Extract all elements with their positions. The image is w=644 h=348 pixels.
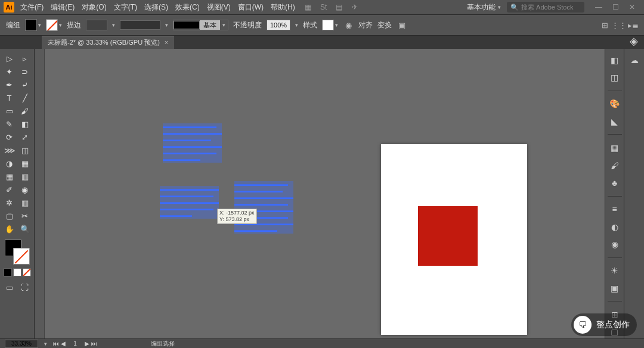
menu-effect[interactable]: 效果(C) [175, 2, 200, 13]
curvature-tool[interactable]: ⤶ [18, 79, 32, 91]
artboard-tool[interactable]: ▢ [2, 210, 17, 222]
swatches-panel-icon[interactable]: ▦ [608, 141, 621, 154]
scale-tool[interactable]: ⤢ [18, 131, 32, 143]
selected-text-block-1[interactable]: ▬▬▬▬▬▬▬▬▬▬▬▬▬▬▬▬▬▬▬▬▬▬▬▬▬▬▬▬▬▬▬▬▬▬▬▬▬▬▬▬… [163, 123, 222, 163]
stock-icon[interactable]: St [319, 2, 329, 12]
stroke-label[interactable]: 描边 [67, 20, 81, 30]
canvas[interactable]: ▬▬▬▬▬▬▬▬▬▬▬▬▬▬▬▬▬▬▬▬▬▬▬▬▬▬▬▬▬▬▬▬▬▬▬▬▬▬▬▬… [35, 49, 605, 338]
perspective-grid-tool[interactable]: ▦ [18, 157, 32, 169]
symbol-sprayer-tool[interactable]: ✲ [2, 197, 17, 209]
pen-tool[interactable]: ✒ [2, 79, 17, 91]
appearance-panel-icon[interactable]: ☀ [608, 265, 621, 277]
minimize-icon[interactable]: — [594, 2, 603, 12]
search-input[interactable]: 🔍 搜索 Adobe Stock [507, 2, 584, 13]
align-to-pixel-grid-icon[interactable]: ⊞ [600, 20, 609, 30]
shape-builder-tool[interactable]: ◑ [2, 157, 17, 169]
menu-view[interactable]: 视图(V) [207, 2, 231, 13]
layers-panel-icon[interactable]: ◫ [608, 71, 621, 83]
gradient-panel-icon[interactable]: ◐ [608, 220, 621, 233]
gradient-mode-icon[interactable] [13, 268, 21, 276]
brush-definition[interactable]: 基本 ▾ [173, 20, 228, 30]
selected-text-block-2[interactable]: ▬▬▬▬▬▬▬▬▬▬▬▬▬▬▬▬▬▬▬▬▬▬▬▬▬▬▬▬▬▬▬▬▬▬▬▬▬▬▬▬… [160, 186, 219, 219]
stroke-weight-stepper[interactable]: ▾ [112, 22, 115, 28]
stroke-panel-icon[interactable]: ≡ [608, 203, 621, 216]
more-icon[interactable]: ▸≣ [628, 20, 638, 30]
mesh-tool[interactable]: ▦ [2, 170, 17, 182]
color-mode-icon[interactable] [4, 268, 12, 276]
workspace-switcher[interactable]: 基本功能 ▾ [467, 2, 501, 13]
brushes-panel-icon[interactable]: 🖌 [608, 159, 621, 172]
screen-mode-full[interactable]: ⛶ [18, 281, 32, 293]
graphic-style[interactable]: ▾ [322, 20, 338, 30]
line-segment-tool[interactable]: ╱ [18, 92, 32, 104]
close-icon[interactable]: ✕ [627, 2, 637, 12]
blend-tool[interactable]: ◉ [18, 184, 32, 195]
lasso-tool[interactable]: ⊃ [18, 66, 32, 77]
width-tool[interactable]: ⋙ [2, 144, 17, 156]
paintbrush-tool[interactable]: 🖌 [18, 105, 32, 117]
maximize-icon[interactable]: ☐ [611, 2, 620, 12]
selection-tool[interactable]: ▷ [2, 52, 17, 64]
last-icon[interactable]: ⏭ [91, 340, 97, 347]
red-rectangle-shape[interactable] [418, 206, 478, 266]
zoom-input[interactable] [5, 340, 38, 348]
style-label[interactable]: 样式 [303, 20, 317, 30]
prev-icon[interactable]: ◀ [61, 340, 66, 347]
selected-text-block-3[interactable]: ▬▬▬▬▬▬▬▬▬▬▬▬▬▬▬▬▬▬▬▬▬▬▬▬▬▬▬▬▬▬▬▬▬▬▬▬▬▬▬▬… [234, 181, 293, 234]
fill-swatch[interactable]: ▾ [25, 19, 41, 31]
graphic-styles-panel-icon[interactable]: ▣ [608, 282, 621, 294]
type-tool[interactable]: T [2, 92, 17, 104]
chevron-down-icon[interactable]: ▾ [165, 22, 168, 28]
hand-tool[interactable]: ✋ [2, 223, 17, 235]
rectangle-tool[interactable]: ▭ [2, 105, 17, 117]
gpu-icon[interactable]: ✈ [350, 2, 360, 12]
variable-width-profile[interactable] [120, 20, 160, 30]
gradient-tool[interactable]: ▥ [18, 170, 32, 182]
menu-help[interactable]: 帮助(H) [271, 2, 295, 13]
arrange-icon[interactable]: ▤ [335, 2, 344, 12]
recolor-icon[interactable]: ◉ [343, 20, 354, 30]
stroke-weight-input[interactable] [86, 20, 107, 30]
transform-label[interactable]: 变换 [377, 20, 392, 30]
symbols-panel-icon[interactable]: ♣ [608, 176, 621, 189]
isolate-icon[interactable]: ▣ [397, 20, 407, 30]
close-tab-icon[interactable]: × [165, 39, 168, 46]
color-guide-panel-icon[interactable]: ◣ [608, 115, 621, 128]
magic-wand-tool[interactable]: ✦ [2, 66, 17, 77]
snap-icon[interactable]: ⋮⋮ [614, 20, 624, 30]
menu-object[interactable]: 对象(O) [82, 2, 106, 13]
first-icon[interactable]: ⏮ [53, 340, 59, 347]
column-graph-tool[interactable]: ▥ [18, 197, 32, 209]
opacity-input[interactable] [267, 20, 290, 30]
free-transform-tool[interactable]: ◫ [18, 144, 32, 156]
menu-window[interactable]: 窗口(W) [238, 2, 264, 13]
shaper-tool[interactable]: ✎ [2, 118, 17, 130]
menu-file[interactable]: 文件(F) [20, 2, 44, 13]
libraries-panel-icon[interactable]: ☁ [628, 54, 641, 67]
menu-type[interactable]: 文字(T) [114, 2, 137, 13]
chevron-down-icon[interactable]: ▾ [44, 341, 47, 347]
transparency-panel-icon[interactable]: ◉ [608, 238, 621, 250]
next-icon[interactable]: ▶ [85, 340, 89, 347]
direct-selection-tool[interactable]: ▹ [18, 52, 32, 64]
stroke-color[interactable] [13, 248, 30, 265]
color-panel-icon[interactable]: 🎨 [608, 98, 621, 110]
fill-stroke-indicator[interactable] [5, 240, 30, 265]
layers-big-icon[interactable]: ◈ [630, 35, 638, 48]
document-tab[interactable]: 未标题-2* @ 33.33% (RGB/GPU 预览) × [42, 36, 174, 49]
artboard-navigator[interactable]: ⏮ ◀ 1 ▶ ⏭ [53, 340, 97, 347]
stroke-swatch[interactable]: ▾ [46, 19, 62, 31]
slice-tool[interactable]: ✂ [18, 210, 32, 222]
screen-mode-normal[interactable]: ▭ [2, 281, 17, 293]
none-mode-icon[interactable] [23, 268, 31, 276]
zoom-tool[interactable]: 🔍 [18, 223, 32, 235]
menu-select[interactable]: 选择(S) [144, 2, 168, 13]
rotate-tool[interactable]: ⟳ [2, 131, 17, 143]
opacity-label[interactable]: 不透明度 [233, 20, 262, 30]
eyedropper-tool[interactable]: ✐ [2, 184, 17, 195]
artboard[interactable] [381, 144, 527, 335]
properties-panel-icon[interactable]: ◧ [608, 54, 621, 66]
menu-edit[interactable]: 编辑(E) [51, 2, 75, 13]
align-label[interactable]: 对齐 [358, 20, 373, 30]
eraser-tool[interactable]: ◧ [18, 118, 32, 130]
